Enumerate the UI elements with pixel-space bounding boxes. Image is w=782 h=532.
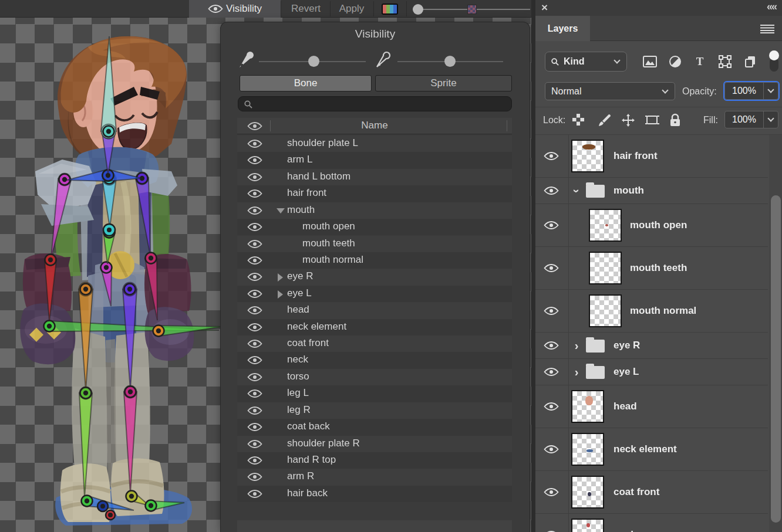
eye-visibility-toggle[interactable] bbox=[247, 422, 262, 432]
expander-down-icon[interactable] bbox=[277, 208, 285, 214]
visibility-row[interactable]: neck bbox=[237, 352, 512, 368]
layer-thumbnail[interactable] bbox=[571, 140, 604, 172]
eye-visibility-toggle[interactable] bbox=[247, 489, 262, 499]
visibility-row[interactable]: neck element bbox=[237, 319, 512, 336]
scrollbar-thumb[interactable] bbox=[771, 195, 781, 523]
eye-visibility-toggle[interactable] bbox=[247, 239, 262, 249]
eye-visibility-toggle[interactable] bbox=[247, 272, 262, 282]
layer-thumbnail[interactable] bbox=[589, 209, 622, 242]
visibility-row[interactable]: torso bbox=[237, 369, 512, 385]
visibility-row[interactable]: coat front bbox=[237, 336, 512, 352]
visibility-row[interactable]: arm R bbox=[237, 469, 512, 485]
apply-button[interactable]: Apply bbox=[331, 0, 372, 18]
expander-right-icon[interactable] bbox=[278, 273, 283, 282]
bone-opacity-slider-knob[interactable] bbox=[413, 4, 423, 15]
panel-menu-icon[interactable] bbox=[760, 24, 775, 33]
filter-smart-objects-icon[interactable] bbox=[741, 54, 759, 69]
collapse-panel-icon[interactable]: «« bbox=[767, 1, 776, 13]
kind-filter-select[interactable]: Kind bbox=[545, 52, 627, 72]
visibility-row[interactable]: mouth open bbox=[237, 219, 512, 235]
eye-visibility-toggle[interactable] bbox=[544, 306, 559, 316]
lock-image-icon[interactable] bbox=[598, 113, 612, 130]
layer-row[interactable]: neck element bbox=[535, 428, 768, 471]
eye-visibility-toggle[interactable] bbox=[247, 189, 262, 198]
visibility-row[interactable]: coat back bbox=[237, 419, 512, 435]
eye-visibility-toggle[interactable] bbox=[247, 222, 262, 232]
layer-row[interactable]: ›eye L bbox=[535, 359, 768, 385]
eye-visibility-toggle[interactable] bbox=[247, 372, 262, 382]
layer-row[interactable]: ›mouth bbox=[535, 178, 768, 204]
chevron-right-icon[interactable]: › bbox=[572, 365, 581, 379]
visibility-toolbar-button[interactable]: Visibility bbox=[189, 0, 281, 18]
eye-visibility-toggle[interactable] bbox=[544, 221, 559, 230]
fill-combo[interactable]: 100% bbox=[724, 111, 778, 128]
lock-position-icon[interactable] bbox=[621, 113, 635, 130]
eye-visibility-toggle[interactable] bbox=[544, 487, 559, 497]
filter-type-layers-icon[interactable]: T bbox=[691, 54, 709, 69]
filter-pixel-layers-icon[interactable] bbox=[641, 54, 659, 69]
sprite-opacity-slider-knob[interactable] bbox=[444, 56, 456, 67]
chevron-down-icon[interactable]: › bbox=[570, 187, 584, 195]
eye-visibility-toggle[interactable] bbox=[544, 445, 559, 454]
eye-visibility-toggle[interactable] bbox=[247, 172, 262, 182]
eye-visibility-toggle[interactable] bbox=[247, 472, 262, 482]
layer-row[interactable]: neck bbox=[535, 514, 768, 532]
eye-visibility-toggle[interactable] bbox=[544, 151, 559, 161]
sprite-opacity-slider-knob[interactable] bbox=[467, 5, 477, 14]
eye-visibility-toggle[interactable] bbox=[544, 263, 559, 273]
close-icon[interactable]: × bbox=[541, 1, 548, 14]
tab-layers[interactable]: Layers bbox=[535, 16, 590, 41]
eye-visibility-toggle[interactable] bbox=[247, 456, 262, 465]
layer-thumbnail[interactable] bbox=[571, 433, 604, 466]
visibility-row[interactable]: mouth normal bbox=[237, 252, 512, 269]
eye-visibility-toggle[interactable] bbox=[247, 306, 262, 315]
eye-visibility-toggle[interactable] bbox=[247, 406, 262, 415]
filter-shape-layers-icon[interactable] bbox=[716, 54, 734, 69]
eye-visibility-toggle[interactable] bbox=[247, 206, 262, 215]
panel-divider[interactable] bbox=[531, 0, 535, 532]
layer-row[interactable]: coat front bbox=[535, 471, 768, 514]
layer-thumbnail[interactable] bbox=[571, 390, 604, 423]
layer-row[interactable]: mouth teeth bbox=[535, 247, 768, 290]
visibility-row[interactable]: eye R bbox=[237, 269, 512, 285]
visibility-row[interactable]: hair front bbox=[237, 185, 512, 202]
eye-visibility-toggle[interactable] bbox=[247, 339, 262, 348]
eye-visibility-toggle[interactable] bbox=[544, 367, 559, 377]
visibility-row[interactable]: mouth bbox=[237, 202, 512, 219]
visibility-row[interactable]: hand L bottom bbox=[237, 169, 512, 185]
lock-artboard-icon[interactable] bbox=[645, 113, 660, 130]
tab-sprite[interactable]: Sprite bbox=[375, 75, 512, 92]
eye-visibility-toggle[interactable] bbox=[247, 256, 262, 265]
visibility-row[interactable]: mouth teeth bbox=[237, 236, 512, 252]
layer-thumbnail[interactable] bbox=[589, 252, 622, 284]
eye-visibility-toggle[interactable] bbox=[247, 355, 262, 365]
revert-button[interactable]: Revert bbox=[282, 0, 330, 18]
filter-adjustment-layers-icon[interactable] bbox=[666, 54, 684, 69]
visibility-row[interactable]: hand R top bbox=[237, 452, 512, 469]
search-input[interactable] bbox=[238, 96, 512, 111]
visibility-row[interactable]: arm L bbox=[237, 152, 512, 168]
visibility-row[interactable]: eye L bbox=[237, 286, 512, 302]
layer-thumbnail[interactable] bbox=[571, 519, 604, 532]
eye-visibility-toggle[interactable] bbox=[247, 139, 262, 148]
visibility-row[interactable]: shoulder plate L bbox=[237, 135, 512, 152]
eye-visibility-toggle[interactable] bbox=[247, 439, 262, 449]
layer-thumbnail[interactable] bbox=[589, 294, 622, 327]
eye-visibility-toggle[interactable] bbox=[247, 155, 262, 165]
eye-visibility-toggle[interactable] bbox=[247, 323, 262, 332]
blend-mode-select[interactable]: Normal bbox=[545, 82, 675, 100]
layer-row[interactable]: ›eye R bbox=[535, 333, 768, 359]
layer-row[interactable]: mouth open bbox=[535, 204, 768, 247]
bone-color-swatch-icon[interactable] bbox=[382, 4, 398, 15]
eye-visibility-toggle[interactable] bbox=[544, 341, 559, 350]
layer-thumbnail[interactable] bbox=[571, 476, 604, 509]
filter-toggle-switch[interactable] bbox=[769, 50, 779, 72]
eye-visibility-toggle[interactable] bbox=[544, 402, 559, 411]
visibility-row[interactable]: leg R bbox=[237, 402, 512, 419]
expander-right-icon[interactable] bbox=[278, 290, 283, 299]
eye-visibility-toggle[interactable] bbox=[544, 186, 559, 195]
eye-visibility-toggle[interactable] bbox=[247, 289, 262, 299]
eye-visibility-toggle[interactable] bbox=[247, 389, 262, 398]
visibility-row[interactable]: hair back bbox=[237, 486, 512, 502]
lock-all-icon[interactable] bbox=[669, 113, 681, 130]
